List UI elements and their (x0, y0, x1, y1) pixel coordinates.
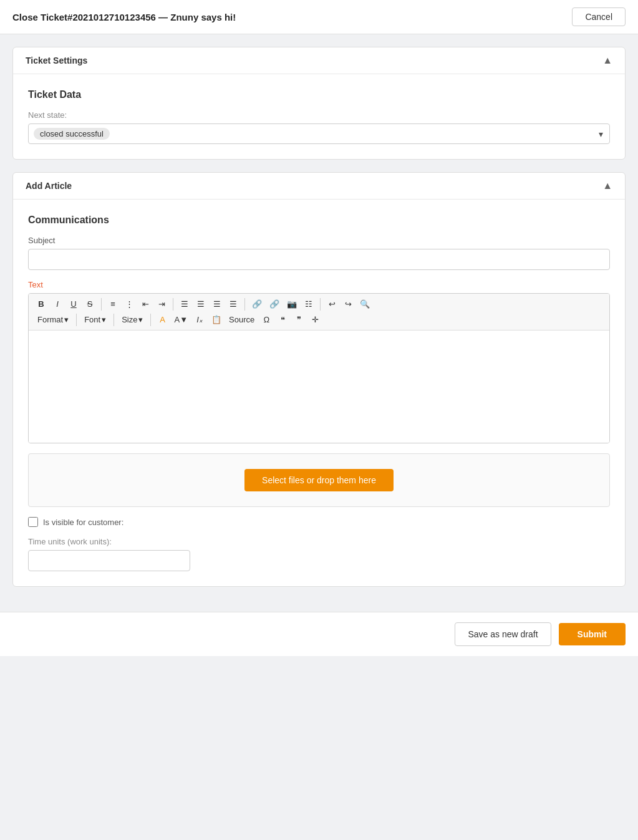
communications-title: Communications (28, 215, 610, 226)
next-state-label: Next state: (28, 110, 610, 120)
source-label: Source (229, 315, 254, 324)
link-button[interactable]: 🔗 (249, 297, 265, 311)
align-left-button[interactable]: ☰ (177, 297, 192, 311)
toolbar-divider-7 (150, 314, 151, 326)
state-tag: closed successful (34, 128, 110, 140)
blockquote-button[interactable]: ❝ (275, 313, 290, 326)
text-field: Text B I U S ≡ ⋮ ⇤ (28, 280, 610, 443)
main-content: Ticket Settings ▲ Ticket Data Next state… (0, 34, 638, 612)
ticket-data-title: Ticket Data (28, 89, 610, 100)
ticket-settings-body: Ticket Data Next state: closed successfu… (13, 74, 625, 159)
file-upload-area[interactable]: Select files or drop them here (28, 453, 610, 507)
strikethrough-button[interactable]: S (82, 297, 97, 311)
subject-field: Subject (28, 236, 610, 270)
page-title: Close Ticket#2021012710123456 — Znuny sa… (12, 12, 236, 22)
toolbar-divider-6 (114, 314, 114, 326)
ticket-settings-chevron-icon: ▲ (602, 55, 612, 66)
maximize-button[interactable]: ✛ (307, 313, 322, 326)
file-upload-button[interactable]: Select files or drop them here (244, 469, 394, 491)
align-center-button[interactable]: ☰ (193, 297, 208, 311)
page-footer: Save as new draft Submit (0, 612, 638, 656)
ordered-list-button[interactable]: ≡ (105, 297, 120, 311)
bg-color-button[interactable]: A▼ (171, 313, 191, 326)
add-article-title: Add Article (26, 181, 72, 191)
add-article-chevron-icon: ▲ (602, 180, 612, 191)
toolbar-divider-5 (76, 314, 77, 326)
align-justify-button[interactable]: ☰ (226, 297, 241, 311)
ticket-settings-title: Ticket Settings (26, 56, 87, 65)
time-units-label: Time units (work units): (28, 537, 610, 546)
add-article-body: Communications Subject Text B I U (13, 200, 625, 586)
toolbar-divider-3 (244, 298, 245, 311)
add-article-header[interactable]: Add Article ▲ (13, 173, 625, 200)
save-draft-button[interactable]: Save as new draft (455, 622, 551, 646)
toolbar-divider-4 (320, 298, 321, 311)
italic-button[interactable]: I (50, 297, 65, 311)
toolbar-divider-1 (101, 298, 102, 311)
toolbar-row-2: Format ▾ Font ▾ Size ▾ (34, 313, 604, 326)
image-button[interactable]: 📷 (284, 297, 300, 311)
font-arrow-icon: ▾ (102, 315, 106, 324)
bold-button[interactable]: B (34, 297, 49, 311)
source-button[interactable]: Source (226, 313, 258, 326)
editor-body[interactable] (29, 331, 609, 443)
subject-input[interactable] (28, 249, 610, 270)
select-arrow-icon: ▾ (599, 129, 603, 139)
rich-text-editor: B I U S ≡ ⋮ ⇤ ⇥ ☰ ☰ ☰ (28, 293, 610, 443)
text-label: Text (28, 280, 610, 289)
ticket-settings-header[interactable]: Ticket Settings ▲ (13, 47, 625, 74)
ticket-settings-section: Ticket Settings ▲ Ticket Data Next state… (12, 47, 626, 160)
editor-toolbar: B I U S ≡ ⋮ ⇤ ⇥ ☰ ☰ ☰ (29, 294, 609, 331)
undo-button[interactable]: ↩ (324, 297, 339, 311)
font-label: Font (84, 315, 100, 324)
subject-label: Subject (28, 236, 610, 245)
next-state-select[interactable]: closed successful ▾ (28, 123, 610, 144)
unordered-list-button[interactable]: ⋮ (122, 297, 137, 311)
format-dropdown[interactable]: Format ▾ (34, 313, 72, 326)
add-article-section: Add Article ▲ Communications Subject Tex… (12, 172, 626, 587)
redo-button[interactable]: ↪ (341, 297, 355, 311)
unlink-button[interactable]: 🔗 (266, 297, 283, 311)
size-arrow-icon: ▾ (138, 315, 143, 324)
remove-blockquote-button[interactable]: ❞ (291, 313, 306, 326)
page-header: Close Ticket#2021012710123456 — Znuny sa… (0, 0, 638, 34)
font-color-button[interactable]: A (155, 313, 170, 326)
find-button[interactable]: 🔍 (357, 297, 373, 311)
font-dropdown[interactable]: Font ▾ (80, 313, 110, 326)
cancel-button[interactable]: Cancel (572, 7, 626, 26)
size-dropdown[interactable]: Size ▾ (118, 313, 147, 326)
toolbar-divider-2 (173, 298, 173, 311)
special-char-button[interactable]: Ω (259, 313, 274, 326)
visible-label: Is visible for customer: (43, 518, 123, 527)
submit-button[interactable]: Submit (559, 623, 626, 645)
format-label: Format (37, 315, 63, 324)
visible-checkbox[interactable] (28, 517, 38, 527)
table-button[interactable]: ☷ (301, 297, 316, 311)
time-units-input[interactable] (28, 550, 190, 571)
indent-button[interactable]: ⇥ (154, 297, 169, 311)
clear-format-button[interactable]: Iₓ (192, 313, 207, 326)
outdent-button[interactable]: ⇤ (138, 297, 153, 311)
format-arrow-icon: ▾ (64, 315, 69, 324)
paste-from-word-button[interactable]: 📋 (208, 313, 225, 326)
underline-button[interactable]: U (66, 297, 81, 311)
toolbar-row-1: B I U S ≡ ⋮ ⇤ ⇥ ☰ ☰ ☰ (34, 297, 604, 311)
visible-checkbox-row: Is visible for customer: (28, 517, 610, 527)
align-right-button[interactable]: ☰ (210, 297, 225, 311)
size-label: Size (122, 315, 137, 324)
